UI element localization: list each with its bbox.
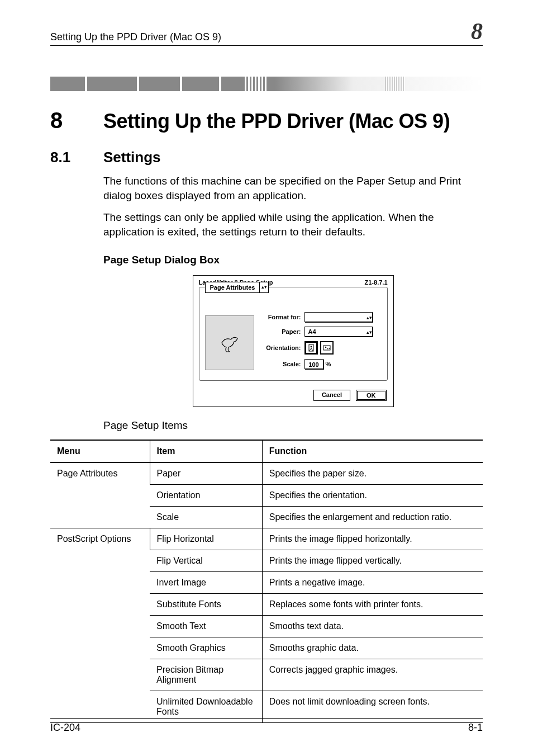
cell-item: Precision Bitmap Alignment [150, 659, 262, 691]
decorative-bar [50, 77, 483, 91]
running-head: Setting Up the PPD Driver (Mac OS 9) [50, 31, 221, 43]
dialog-heading: Page Setup Dialog Box [103, 254, 483, 266]
scale-label: Scale: [262, 361, 304, 367]
paper-popup[interactable]: A4 ▴▾ [304, 327, 373, 337]
orientation-portrait-button[interactable] [304, 341, 318, 355]
chapter-number: 8 [50, 108, 103, 133]
table-row: Page Attributes Paper Specifies the pape… [50, 462, 483, 485]
cell-function: Smooths text data. [262, 615, 483, 637]
table-header-row: Menu Item Function [50, 440, 483, 462]
landscape-icon [323, 344, 331, 352]
col-menu: Menu [50, 440, 150, 462]
footer-right: 8-1 [468, 722, 483, 734]
svg-point-3 [325, 346, 326, 348]
cell-function: Corrects jagged graphic images. [262, 659, 483, 691]
section-number: 8.1 [50, 149, 103, 166]
chapter-title: 8 Setting Up the PPD Driver (Mac OS 9) [50, 108, 483, 133]
cell-function: Specifies the enlargement and reduction … [262, 506, 483, 528]
chapter-badge: 8 [471, 20, 483, 43]
footer-left: IC-204 [50, 722, 80, 734]
page-footer: IC-204 8-1 [50, 718, 483, 734]
table-row: PostScript Options Flip Horizontal Print… [50, 528, 483, 550]
cell-item: Invert Image [150, 571, 262, 593]
table-caption: Page Setup Items [103, 419, 483, 432]
cell-function: Replaces some fonts with printer fonts. [262, 593, 483, 615]
section-title: 8.1 Settings [50, 149, 483, 166]
cell-item: Substitute Fonts [150, 593, 262, 615]
updown-icon: ▴▾ [367, 313, 372, 321]
ok-button[interactable]: OK [356, 390, 387, 401]
cancel-button[interactable]: Cancel [313, 390, 350, 401]
cell-item: Paper [150, 462, 262, 485]
cell-function: Prints a negative image. [262, 571, 483, 593]
col-function: Function [262, 440, 483, 462]
col-item: Item [150, 440, 262, 462]
cell-item: Flip Horizontal [150, 528, 262, 550]
paragraph-1: The functions of this machine can be spe… [103, 174, 483, 202]
dialog-version: Z1-8.7.1 [365, 279, 388, 286]
paragraph-2: The settings can only be applied while u… [103, 210, 483, 239]
scale-unit: % [326, 361, 331, 367]
paper-value: A4 [305, 328, 367, 335]
page-setup-items-table: Menu Item Function Page Attributes Paper… [50, 440, 483, 723]
cell-function: Prints the image flipped vertically. [262, 550, 483, 571]
format-for-popup[interactable]: ▴▾ [304, 312, 373, 322]
scale-input[interactable]: 100 [304, 359, 323, 369]
page-header: Setting Up the PPD Driver (Mac OS 9) 8 [50, 20, 483, 46]
dog-icon [218, 332, 241, 354]
svg-point-1 [310, 346, 312, 347]
portrait-icon [307, 344, 315, 352]
page-preview [205, 315, 254, 370]
cell-item: Orientation [150, 484, 262, 506]
cell-menu: PostScript Options [50, 528, 150, 722]
page-setup-dialog: LaserWriter 8 Page Setup Z1-8.7.1 Page A… [193, 275, 394, 407]
panel-popup-label: Page Attributes [206, 283, 260, 292]
cell-function: Prints the image flipped horizontally. [262, 528, 483, 550]
cell-function: Specifies the orientation. [262, 484, 483, 506]
updown-icon: ▴▾ [367, 328, 372, 336]
cell-item: Smooth Text [150, 615, 262, 637]
updown-icon: ▴▾ [259, 282, 268, 292]
cell-function: Specifies the paper size. [262, 462, 483, 485]
format-for-label: Format for: [262, 314, 304, 320]
paper-label: Paper: [262, 328, 304, 335]
cell-menu: Page Attributes [50, 462, 150, 528]
cell-item: Scale [150, 506, 262, 528]
panel-popup[interactable]: Page Attributes ▴▾ [205, 282, 269, 293]
cell-function: Smooths graphic data. [262, 637, 483, 659]
orientation-landscape-button[interactable] [320, 341, 334, 355]
cell-item: Smooth Graphics [150, 637, 262, 659]
section-title-text: Settings [103, 149, 161, 166]
chapter-title-text: Setting Up the PPD Driver (Mac OS 9) [103, 110, 450, 133]
orientation-label: Orientation: [262, 344, 304, 351]
cell-item: Flip Vertical [150, 550, 262, 571]
